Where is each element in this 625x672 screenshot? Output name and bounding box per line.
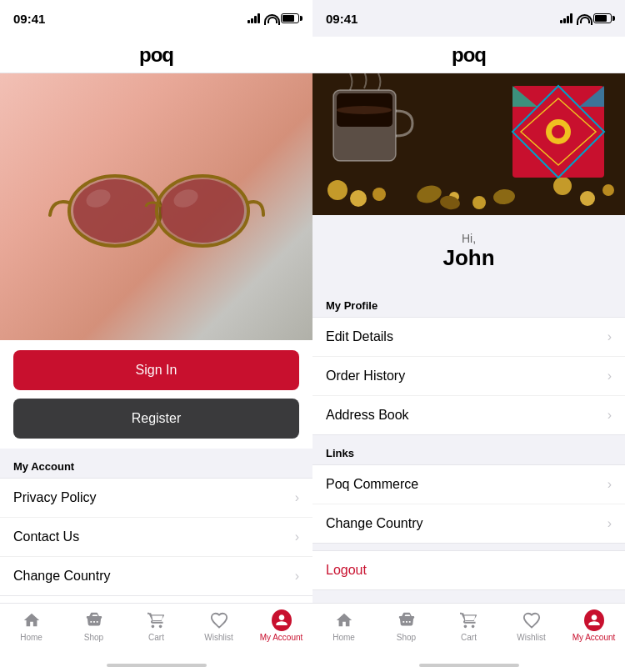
home-indicator-left [107, 664, 207, 667]
tab-account-label-right: My Account [572, 633, 616, 642]
order-history-label: Order History [326, 369, 405, 384]
wifi-icon [577, 14, 589, 23]
privacy-policy-label: Privacy Policy [13, 490, 97, 505]
contact-us-label: Contact Us [13, 529, 79, 544]
tab-cart-left[interactable]: Cart [125, 610, 188, 642]
right-phone: 09:41 poq [312, 0, 625, 672]
home-icon [22, 610, 42, 630]
change-country-label-right: Change Country [326, 516, 423, 531]
left-phone: 09:41 poq [0, 0, 312, 672]
contact-us-item[interactable]: Contact Us › [0, 518, 312, 557]
chevron-icon: › [295, 529, 299, 544]
signal-icon [560, 13, 572, 23]
change-country-item[interactable]: Change Country › [0, 557, 312, 595]
tab-wishlist-label-left: Wishlist [204, 633, 232, 642]
svg-point-10 [350, 190, 367, 207]
links-header: Links [312, 435, 625, 464]
svg-point-24 [552, 125, 565, 138]
poq-commerce-label: Poq Commerce [326, 477, 418, 492]
logout-label[interactable]: Logout [326, 563, 367, 577]
account-icon-active [272, 610, 292, 630]
tab-shop-label-left: Shop [84, 633, 103, 642]
my-account-menu: My Account Privacy Policy › Contact Us ›… [0, 449, 312, 603]
chevron-icon: › [608, 369, 612, 384]
tab-home-label-left: Home [20, 633, 42, 642]
account-icon-active-right [584, 610, 604, 630]
greeting-name: John [329, 245, 608, 271]
tab-bar-right: Home Shop Cart Wishlist [312, 603, 625, 672]
tab-account-left[interactable]: My Account [250, 610, 312, 642]
tab-shop-left[interactable]: Shop [62, 610, 125, 642]
svg-point-19 [337, 106, 392, 114]
logo-left: poq [139, 43, 173, 67]
tab-shop-right[interactable]: Shop [375, 610, 438, 642]
svg-point-9 [328, 180, 348, 200]
chevron-icon: › [295, 569, 299, 584]
svg-point-13 [580, 191, 595, 206]
tab-shop-label-right: Shop [397, 633, 416, 642]
battery-icon [281, 13, 299, 23]
shop-icon [397, 610, 417, 630]
svg-point-15 [472, 196, 486, 209]
tab-account-label-left: My Account [260, 633, 303, 642]
svg-point-2 [73, 179, 157, 243]
tab-account-right[interactable]: My Account [562, 610, 625, 642]
home-indicator-right [419, 664, 519, 667]
chevron-icon: › [608, 477, 612, 492]
status-icons-left [248, 13, 299, 23]
my-account-header: My Account [0, 449, 312, 478]
cart-icon [459, 610, 479, 630]
hero-image-right [312, 73, 625, 215]
tab-wishlist-label-right: Wishlist [517, 633, 545, 642]
tab-cart-right[interactable]: Cart [438, 610, 500, 642]
tab-home-right[interactable]: Home [312, 610, 375, 642]
tab-bar-left: Home Shop Cart Wishlist [0, 603, 312, 672]
greeting-hi: Hi, [329, 232, 608, 245]
wifi-icon [264, 14, 277, 23]
logout-item[interactable]: Logout [312, 550, 625, 590]
svg-point-11 [372, 188, 386, 201]
sign-in-button[interactable]: Sign In [13, 350, 299, 390]
app-header-right: poq [312, 37, 625, 73]
svg-point-5 [161, 179, 244, 243]
tab-wishlist-left[interactable]: Wishlist [188, 610, 250, 642]
address-book-item[interactable]: Address Book › [312, 396, 625, 434]
button-area: Sign In Register [0, 340, 312, 449]
tab-cart-label-right: Cart [461, 633, 477, 642]
my-profile-header: My Profile [312, 288, 625, 317]
signal-icon [248, 13, 260, 23]
shop-icon [84, 610, 104, 630]
tab-wishlist-right[interactable]: Wishlist [500, 610, 562, 642]
change-country-item-right[interactable]: Change Country › [312, 504, 625, 543]
status-time-left: 09:41 [13, 12, 45, 26]
my-profile-list: Edit Details › Order History › Address B… [312, 317, 625, 435]
links-list: Poq Commerce › Change Country › [312, 464, 625, 544]
cart-icon [147, 610, 167, 630]
tab-home-left[interactable]: Home [0, 610, 62, 642]
change-country-label: Change Country [13, 569, 111, 584]
wishlist-icon [209, 610, 229, 630]
poq-commerce-item[interactable]: Poq Commerce › [312, 465, 625, 504]
order-history-item[interactable]: Order History › [312, 357, 625, 396]
address-book-label: Address Book [326, 408, 409, 423]
tab-home-label-right: Home [332, 633, 355, 642]
edit-details-label: Edit Details [326, 329, 393, 344]
edit-details-item[interactable]: Edit Details › [312, 318, 625, 357]
register-button[interactable]: Register [13, 399, 299, 439]
svg-point-14 [602, 184, 614, 196]
right-menu-area: My Profile Edit Details › Order History … [312, 288, 625, 603]
privacy-policy-item[interactable]: Privacy Policy › [0, 479, 312, 518]
status-bar-right: 09:41 [312, 0, 625, 37]
sunglasses-image [48, 148, 265, 265]
coffee-scene [312, 73, 625, 215]
chevron-icon: › [608, 329, 612, 344]
status-icons-right [560, 13, 612, 23]
app-header-left: poq [0, 37, 312, 73]
chevron-icon: › [608, 408, 612, 423]
wishlist-icon [522, 610, 542, 630]
hero-image-left [0, 73, 312, 340]
chevron-icon: › [295, 490, 299, 505]
logo-right: poq [452, 43, 486, 67]
svg-point-12 [553, 177, 572, 195]
tab-cart-label-left: Cart [148, 633, 164, 642]
